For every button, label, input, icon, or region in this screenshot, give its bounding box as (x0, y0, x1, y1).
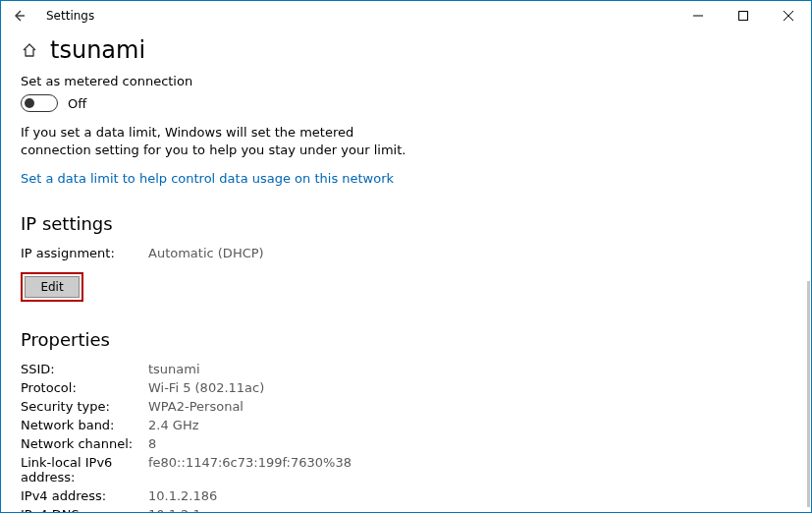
property-row: Security type:WPA2-Personal (21, 399, 791, 414)
property-row: SSID:tsunami (21, 362, 791, 376)
ip-assignment-value: Automatic (DHCP) (148, 246, 264, 260)
property-row: IPv4 address:10.1.2.186 (21, 488, 791, 503)
maximize-icon (738, 11, 748, 21)
minimize-icon (693, 11, 703, 21)
property-row: Link-local IPv6 address:fe80::1147:6c73:… (21, 455, 791, 484)
back-button[interactable] (7, 4, 30, 28)
metered-toggle[interactable] (21, 94, 58, 112)
scrollbar[interactable] (807, 281, 810, 507)
toggle-knob (25, 98, 34, 108)
edit-button-highlight: Edit (21, 272, 83, 302)
property-row: Network band:2.4 GHz (21, 418, 791, 432)
property-row: Protocol:Wi-Fi 5 (802.11ac) (21, 380, 791, 395)
ip-assignment-label: IP assignment: (21, 246, 148, 260)
properties-list: SSID:tsunami Protocol:Wi-Fi 5 (802.11ac)… (21, 362, 791, 512)
properties-heading: Properties (21, 329, 791, 350)
property-row: Network channel:8 (21, 436, 791, 451)
maximize-button[interactable] (721, 1, 766, 30)
close-icon (784, 11, 793, 21)
metered-label: Set as metered connection (21, 74, 791, 88)
titlebar: Settings (1, 1, 811, 30)
arrow-left-icon (11, 8, 27, 24)
minimize-button[interactable] (676, 1, 721, 30)
ip-settings-heading: IP settings (21, 213, 791, 234)
content-area: tsunami Set as metered connection Off If… (1, 30, 811, 512)
close-button[interactable] (766, 1, 811, 30)
data-limit-link[interactable]: Set a data limit to help control data us… (21, 171, 791, 186)
edit-button-label: Edit (40, 280, 63, 294)
property-row: IPv4 DNS servers:10.1.2.1 (21, 507, 791, 512)
page-title: tsunami (50, 36, 145, 64)
metered-description: If you set a data limit, Windows will se… (21, 124, 413, 159)
metered-toggle-state: Off (68, 96, 86, 111)
home-icon[interactable] (21, 41, 38, 59)
window-title: Settings (46, 9, 94, 23)
edit-button[interactable]: Edit (25, 276, 80, 298)
svg-rect-2 (739, 12, 748, 21)
